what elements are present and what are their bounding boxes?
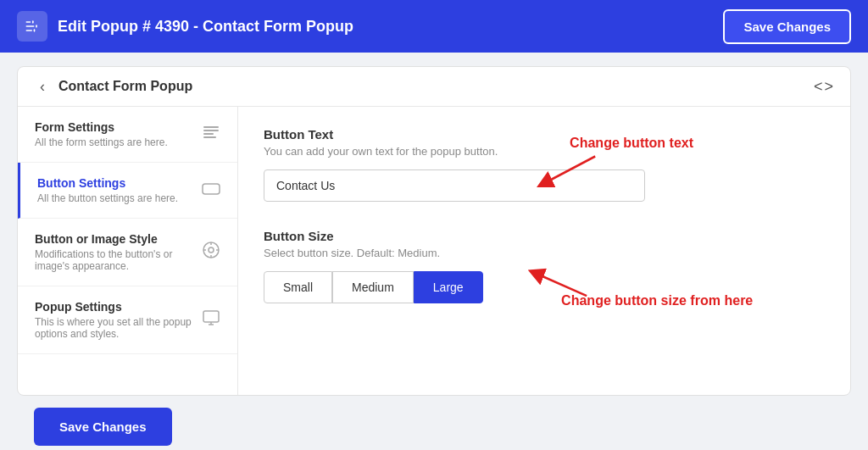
button-size-group: Small Medium Large [264, 271, 825, 303]
edit-panel: ‹ Contact Form Popup < > Form Settings A… [17, 66, 851, 396]
svg-rect-9 [203, 136, 216, 138]
svg-rect-0 [26, 21, 31, 23]
svg-point-12 [209, 247, 214, 253]
svg-rect-6 [203, 126, 219, 128]
button-text-section: Button Text You can add your own text fo… [264, 127, 825, 202]
sidebar-item-image-style-desc: Modifications to the button's or image's… [35, 248, 193, 272]
page-title: Edit Popup # 4390 - Contact Form Popup [58, 18, 353, 36]
sidebar-item-form-settings-title: Form Settings [35, 120, 193, 134]
settings-icon [17, 11, 47, 42]
svg-rect-2 [26, 30, 33, 31]
popup-settings-icon [202, 308, 220, 331]
sidebar-item-button-settings-title: Button Settings [37, 176, 193, 190]
size-small-button[interactable]: Small [264, 271, 332, 303]
svg-rect-17 [203, 311, 219, 322]
footer: Save Changes [17, 396, 851, 450]
panel-title: Contact Form Popup [58, 79, 192, 94]
panel-header-left: ‹ Contact Form Popup [35, 77, 192, 96]
svg-rect-10 [203, 184, 220, 194]
button-size-label: Button Size [264, 229, 825, 243]
nav-arrows[interactable]: < > [814, 78, 833, 96]
sidebar-item-form-settings[interactable]: Form Settings All the form settings are … [18, 107, 237, 163]
main-content: ‹ Contact Form Popup < > Form Settings A… [0, 53, 868, 450]
content-area: Button Text You can add your own text fo… [238, 107, 850, 395]
svg-rect-3 [32, 20, 34, 23]
sidebar-item-popup-settings-desc: This is where you set all the popup opti… [35, 316, 193, 340]
button-text-input[interactable] [264, 169, 645, 202]
header-left: Edit Popup # 4390 - Contact Form Popup [17, 11, 353, 42]
panel-header: ‹ Contact Form Popup < > [18, 67, 850, 107]
svg-rect-4 [36, 25, 37, 27]
header-save-button[interactable]: Save Changes [723, 9, 851, 44]
form-settings-icon [202, 123, 220, 146]
button-text-desc: You can add your own text for the popup … [264, 145, 825, 158]
back-button[interactable]: ‹ [35, 77, 50, 96]
right-arrow-icon: > [824, 78, 833, 96]
size-medium-button[interactable]: Medium [332, 271, 414, 303]
size-large-button[interactable]: Large [414, 271, 483, 303]
image-style-icon [202, 241, 220, 264]
panel-body: Form Settings All the form settings are … [18, 107, 850, 395]
sidebar: Form Settings All the form settings are … [18, 107, 238, 395]
svg-rect-1 [26, 25, 35, 27]
button-text-label: Button Text [264, 127, 825, 142]
svg-rect-5 [34, 29, 36, 31]
sidebar-item-image-style-title: Button or Image Style [35, 232, 193, 246]
button-size-section: Button Size Select button size. Default:… [264, 229, 825, 303]
sidebar-item-popup-settings-title: Popup Settings [35, 300, 193, 314]
sidebar-item-button-image-style[interactable]: Button or Image Style Modifications to t… [18, 219, 237, 286]
button-size-desc: Select button size. Default: Medium. [264, 247, 825, 259]
svg-rect-8 [203, 133, 214, 135]
button-settings-icon [202, 181, 220, 199]
sidebar-item-button-settings[interactable]: Button Settings All the button settings … [18, 163, 237, 219]
sidebar-item-button-settings-desc: All the button settings are here. [37, 192, 193, 204]
svg-rect-7 [203, 130, 219, 131]
sidebar-item-form-settings-desc: All the form settings are here. [35, 136, 193, 148]
sidebar-item-popup-settings[interactable]: Popup Settings This is where you set all… [18, 286, 237, 354]
footer-save-button[interactable]: Save Changes [34, 408, 172, 446]
left-arrow-icon: < [814, 78, 823, 96]
header: Edit Popup # 4390 - Contact Form Popup S… [0, 0, 868, 53]
